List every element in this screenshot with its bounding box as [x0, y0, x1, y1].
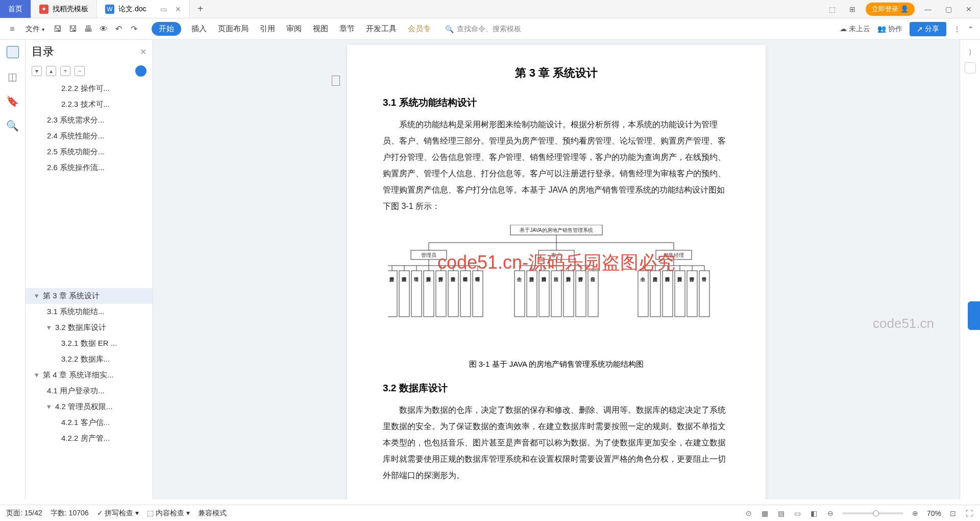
outline-item[interactable]: ▾第 4 章 系统详细实... [26, 367, 153, 383]
tab-home[interactable]: 首页 [0, 0, 31, 18]
redo-icon[interactable]: ↷ [128, 23, 140, 35]
chapter-heading: 第 3 章 系统设计 [383, 65, 730, 81]
preview-icon[interactable]: 👁 [97, 23, 110, 35]
section-heading: 3.2 数据库设计 [383, 382, 730, 395]
feedback-tab[interactable] [968, 301, 980, 330]
tab-member[interactable]: 会员专 [407, 22, 432, 36]
svg-text:销售经理: 销售经理 [663, 252, 684, 258]
collapse-ribbon-icon[interactable]: ⌃ [968, 25, 974, 33]
outline-item[interactable]: 4.1 用户登录功... [26, 383, 153, 399]
view-mode-icon[interactable]: ▤ [777, 509, 786, 518]
outline-item[interactable]: 2.5 系统功能分... [26, 144, 153, 160]
outline-item[interactable]: 3.2.2 数据库... [26, 351, 153, 367]
remove-heading-icon[interactable]: − [75, 66, 85, 76]
svg-rect-46 [514, 271, 525, 317]
add-heading-icon[interactable]: + [60, 66, 70, 76]
view-mode-icon[interactable]: ▭ [793, 509, 802, 518]
svg-rect-83 [699, 271, 709, 317]
tab-window-icon[interactable]: ▭ [160, 5, 167, 13]
outline-item[interactable]: 2.6 系统操作流... [26, 160, 153, 176]
close-icon[interactable]: ✕ [175, 5, 181, 13]
compat-mode[interactable]: 兼容模式 [198, 509, 227, 518]
svg-rect-52 [539, 271, 549, 317]
save-as-icon[interactable]: 🖫 [67, 23, 79, 35]
tab-template[interactable]: ✦找稻壳模板 [31, 0, 97, 18]
cloud-status[interactable]: ☁ 未上云 [840, 25, 870, 34]
svg-rect-36 [448, 271, 458, 317]
outline-item[interactable]: ▾4.2 管理员权限... [26, 399, 153, 415]
maximize-button[interactable]: ▢ [941, 5, 955, 13]
word-count[interactable]: 字数: 10706 [51, 509, 89, 518]
print-icon[interactable]: 🖶 [82, 23, 94, 35]
zoom-slider[interactable] [842, 512, 903, 514]
outline-item[interactable]: 2.3 系统需求分... [26, 112, 153, 128]
outline-item[interactable]: ▾第 3 章 系统设计 [26, 288, 153, 304]
tab-document[interactable]: W论文.doc▭✕ [97, 0, 190, 18]
structure-diagram: 基于JAVA的房地产销售管理系统管理员客户销售经理个人中心房产信息管理预约看房管… [383, 225, 730, 349]
outline-title: 目录 [32, 44, 54, 59]
minimize-button[interactable]: — [921, 5, 935, 13]
svg-rect-77 [675, 271, 685, 317]
collapse-all-icon[interactable]: ▾ [32, 66, 42, 76]
outline-item[interactable]: 4.2.2 房产管... [26, 431, 153, 446]
more-icon[interactable]: ⋮ [953, 25, 961, 33]
expand-all-icon[interactable]: ▴ [46, 66, 56, 76]
tab-review[interactable]: 审阅 [285, 22, 303, 36]
nav-icon[interactable]: ◫ [8, 70, 17, 83]
outline-icon[interactable] [7, 46, 19, 58]
zoom-in-icon[interactable]: ⊕ [911, 509, 920, 518]
tab-start[interactable]: 开始 [152, 22, 181, 36]
page-indicator[interactable]: 页面: 15/42 [6, 509, 42, 518]
svg-rect-80 [687, 271, 697, 317]
save-icon[interactable]: 🖫 [52, 23, 64, 35]
sync-icon[interactable] [135, 65, 146, 77]
svg-rect-27 [411, 271, 422, 317]
file-menu[interactable]: 文件 ▾ [21, 22, 48, 36]
outline-item[interactable]: 2.2.2 操作可... [26, 81, 153, 97]
section-heading: 3.1 系统功能结构设计 [383, 96, 730, 109]
grid-icon[interactable]: ⊞ [845, 5, 860, 13]
menu-icon[interactable]: ≡ [6, 23, 18, 35]
page-marker-icon [332, 76, 340, 86]
outline-item[interactable]: 2.2.3 技术可... [26, 97, 153, 112]
svg-rect-55 [551, 271, 561, 317]
collab-button[interactable]: 👥 协作 [877, 25, 902, 34]
fit-icon[interactable]: ⊡ [948, 509, 958, 518]
add-tab-button[interactable]: + [190, 0, 210, 18]
close-panel-icon[interactable]: ✕ [140, 47, 146, 57]
tab-ref[interactable]: 引用 [259, 22, 276, 36]
layout-icon[interactable]: ⬚ [825, 5, 839, 13]
share-button[interactable]: ↗ 分享 [910, 22, 946, 36]
svg-rect-71 [650, 271, 660, 317]
outline-item[interactable]: 3.2.1 数据 ER ... [26, 336, 153, 351]
search-panel-icon[interactable]: 🔍 [6, 120, 19, 132]
svg-rect-30 [424, 271, 434, 317]
close-button[interactable]: ✕ [962, 5, 976, 13]
zoom-level[interactable]: 70% [927, 509, 941, 517]
tab-dev[interactable]: 开发工具 [365, 22, 398, 36]
tab-chapter[interactable]: 章节 [338, 22, 356, 36]
undo-icon[interactable]: ↶ [113, 23, 125, 35]
panel-collapse-icon[interactable]: ⟩ [969, 48, 971, 56]
outline-item[interactable]: 3.1 系统功能结... [26, 304, 153, 320]
svg-rect-61 [576, 271, 586, 317]
tab-insert[interactable]: 插入 [190, 22, 208, 36]
tab-layout[interactable]: 页面布局 [217, 22, 250, 36]
view-mode-icon[interactable]: ◧ [810, 509, 819, 518]
outline-item[interactable]: ▾3.2 数据库设计 [26, 320, 153, 336]
tab-view[interactable]: 视图 [312, 22, 329, 36]
login-button[interactable]: 立即登录👤 [866, 3, 915, 16]
search-input[interactable]: 🔍查找命令、搜索模板 [445, 25, 521, 34]
outline-item[interactable]: 2.4 系统性能分... [26, 128, 153, 144]
bookmark-icon[interactable]: 🔖 [6, 95, 19, 107]
outline-item[interactable]: 4.2.1 客户信... [26, 415, 153, 431]
spell-check[interactable]: ✓ 拼写检查 ▾ [97, 509, 139, 518]
tool-icon[interactable] [965, 62, 976, 74]
zoom-out-icon[interactable]: ⊖ [826, 509, 835, 518]
view-mode-icon[interactable]: ▦ [761, 509, 770, 518]
svg-text:基于JAVA的房地产销售管理系统: 基于JAVA的房地产销售管理系统 [520, 227, 593, 233]
fullscreen-icon[interactable]: ⛶ [965, 509, 974, 518]
svg-rect-64 [588, 271, 598, 317]
content-check[interactable]: ⬚ 内容检查 ▾ [147, 509, 190, 518]
view-mode-icon[interactable]: ⊙ [744, 509, 753, 518]
